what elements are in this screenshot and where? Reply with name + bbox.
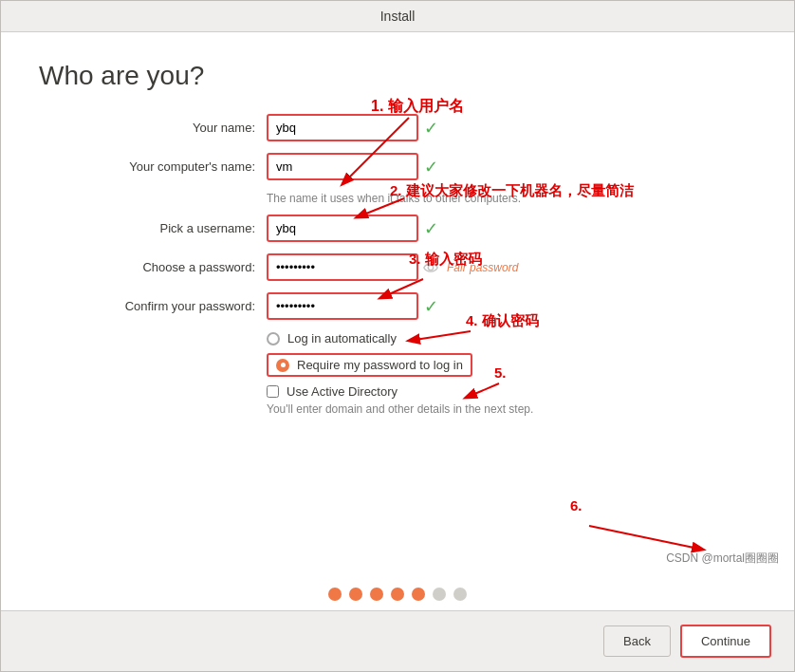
- require-password-box: Require my password to log in: [267, 353, 472, 377]
- password-row: Choose a password: Fair password: [96, 253, 756, 281]
- progress-dot-2: [349, 588, 362, 601]
- radio-section: Log in automatically Require my password…: [267, 331, 756, 377]
- username-check-icon: ✓: [424, 218, 438, 239]
- progress-dot-4: [391, 588, 404, 601]
- window-title: Install: [380, 9, 416, 24]
- progress-dot-5: [412, 588, 425, 601]
- ad-hint-text: You'll enter domain and other details in…: [267, 402, 756, 416]
- confirm-input[interactable]: [267, 292, 418, 320]
- password-wrapper: Fair password: [267, 253, 518, 281]
- continue-button[interactable]: Continue: [680, 625, 771, 658]
- computer-name-input[interactable]: [267, 153, 418, 180]
- footer: Back Continue: [1, 610, 794, 671]
- auto-login-label: Log in automatically: [287, 331, 397, 345]
- confirm-wrapper: [267, 292, 418, 320]
- confirm-password-row: Confirm your password: ✓: [96, 292, 756, 320]
- your-name-row: Your name: ✓: [96, 114, 756, 141]
- progress-dot-1: [328, 588, 342, 601]
- computer-name-row: Your computer's name: ✓: [96, 153, 756, 180]
- your-name-input[interactable]: [267, 114, 418, 141]
- back-button[interactable]: Back: [603, 625, 671, 657]
- computer-name-check-icon: ✓: [424, 157, 438, 177]
- main-content: Who are you? Your name: ✓ Your computer'…: [1, 32, 794, 574]
- auto-login-row: Log in automatically: [267, 331, 756, 345]
- your-name-label: Your name:: [96, 121, 267, 135]
- password-input[interactable]: [267, 253, 418, 281]
- username-row: Pick a username: ✓: [96, 215, 756, 242]
- watermark: CSDN @mortal圈圈圈: [666, 551, 779, 567]
- progress-dot-6: [433, 588, 446, 601]
- require-password-label: Require my password to log in: [297, 358, 463, 372]
- computer-name-hint: The name it uses when it talks to other …: [267, 192, 756, 205]
- active-directory-checkbox[interactable]: [267, 385, 279, 398]
- progress-dot-7: [453, 588, 467, 601]
- password-label: Choose a password:: [96, 260, 267, 274]
- computer-name-label: Your computer's name:: [96, 159, 267, 174]
- confirm-label: Confirm your password:: [96, 299, 267, 313]
- form-area: Your name: ✓ Your computer's name: ✓ The…: [96, 114, 756, 416]
- auto-login-radio[interactable]: [267, 332, 280, 345]
- annotation-step6: 6.: [570, 497, 582, 513]
- require-password-radio[interactable]: [276, 359, 289, 372]
- eye-icon[interactable]: [422, 259, 439, 276]
- titlebar: Install: [1, 1, 794, 32]
- progress-dots: [1, 574, 794, 610]
- progress-dot-3: [370, 588, 383, 601]
- password-strength-label: Fair password: [447, 261, 518, 274]
- username-input[interactable]: [267, 215, 418, 242]
- confirm-check-icon: ✓: [424, 296, 438, 317]
- name-check-icon: ✓: [424, 118, 438, 139]
- active-directory-label: Use Active Directory: [287, 384, 398, 399]
- install-window: Install Who are you? Your name: ✓ Your c…: [0, 0, 795, 672]
- active-directory-row: Use Active Directory: [267, 384, 756, 399]
- username-label: Pick a username:: [96, 221, 267, 235]
- page-title: Who are you?: [39, 61, 756, 91]
- require-password-row: Require my password to log in: [267, 353, 756, 377]
- svg-point-0: [428, 265, 433, 270]
